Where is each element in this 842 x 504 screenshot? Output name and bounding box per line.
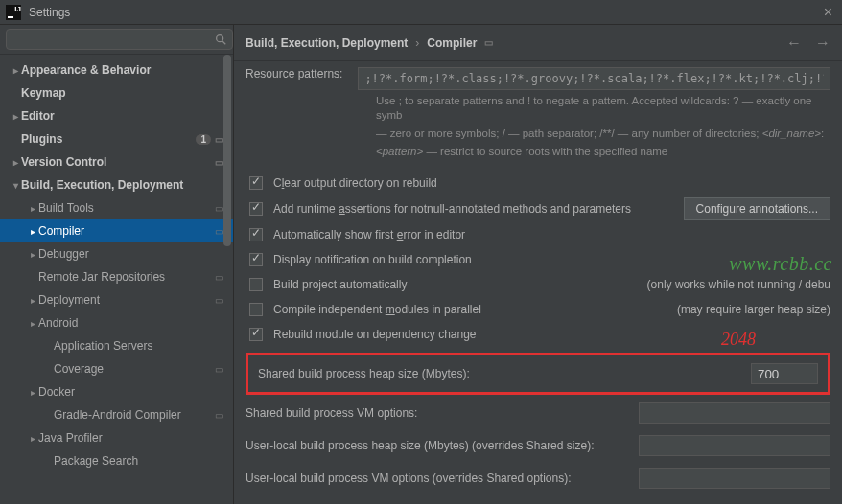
scope-icon: ▭ — [215, 226, 223, 237]
tree-item-debugger[interactable]: ▸Debugger — [0, 242, 233, 265]
annotation-2048: 2048 — [721, 330, 756, 350]
assertions-checkbox[interactable] — [249, 202, 263, 216]
notify-label: Display notification on build completion — [273, 253, 472, 266]
parallel-checkbox[interactable] — [249, 303, 263, 316]
user-heap-label: User-local build process heap size (Mbyt… — [246, 439, 594, 452]
forward-icon[interactable]: → — [815, 34, 830, 52]
window-title: Settings — [29, 6, 70, 19]
chevron-right-icon: ▸ — [27, 295, 38, 306]
tree-item-label: Build, Execution, Deployment — [21, 178, 227, 192]
chevron-right-icon: ▸ — [10, 111, 21, 122]
parallel-note: (may require larger heap size) — [677, 303, 830, 316]
breadcrumb: Build, Execution, Deployment › Compiler … — [234, 25, 842, 61]
tree-item-label: Compiler — [38, 224, 215, 238]
tree-item-label: Coverage — [54, 362, 215, 376]
tree-item-build-execution-deployment[interactable]: ▾Build, Execution, Deployment — [0, 173, 233, 196]
tree-item-gradle-android-compiler[interactable]: Gradle-Android Compiler▭ — [0, 403, 233, 426]
tree-item-application-servers[interactable]: Application Servers — [0, 334, 233, 357]
tree-item-remote-jar-repositories[interactable]: Remote Jar Repositories▭ — [0, 265, 233, 288]
tree-item-android[interactable]: ▸Android — [0, 311, 233, 334]
auto-build-checkbox[interactable] — [249, 278, 263, 291]
chevron-right-icon: ▸ — [27, 433, 38, 444]
tree-item-label: Java Profiler — [38, 431, 227, 445]
scope-icon: ▭ — [484, 37, 493, 48]
breadcrumb-a[interactable]: Build, Execution, Deployment — [246, 36, 408, 50]
tree-item-label: Deployment — [38, 293, 215, 307]
parallel-label: Compile independent modules in parallel — [273, 303, 481, 316]
auto-build-note: (only works while not running / debu — [647, 278, 830, 291]
resource-hint-2: — zero or more symbols; / — path separat… — [376, 126, 830, 141]
watermark-text: www.rcbb.cc — [729, 253, 832, 275]
tree-item-label: Android — [38, 316, 227, 330]
heap-input[interactable] — [751, 363, 818, 384]
tree-item-docker[interactable]: ▸Docker — [0, 380, 233, 403]
tree-item-keymap[interactable]: Keymap — [0, 81, 233, 104]
badge: 1 — [196, 134, 211, 145]
search-row — [0, 25, 233, 55]
scope-icon: ▭ — [215, 203, 223, 214]
chevron-right-icon: ▸ — [27, 203, 38, 214]
user-heap-input[interactable] — [639, 435, 830, 456]
resource-patterns-input[interactable] — [358, 67, 830, 90]
auto-build-label: Build project automatically — [273, 278, 407, 291]
vm-label: Shared build process VM options: — [246, 406, 417, 420]
scope-icon: ▭ — [215, 134, 223, 145]
main-panel: Build, Execution, Deployment › Compiler … — [234, 25, 842, 504]
tree-item-label: Version Control — [21, 155, 215, 169]
back-icon[interactable]: ← — [786, 34, 802, 52]
tree-item-coverage[interactable]: Coverage▭ — [0, 357, 233, 380]
tree-item-build-tools[interactable]: ▸Build Tools▭ — [0, 196, 233, 219]
clear-output-checkbox[interactable] — [249, 176, 263, 190]
assertions-label: Add runtime assertions for notnull-annot… — [273, 202, 631, 216]
resource-hint-3: <pattern> — restrict to source roots wit… — [376, 145, 830, 159]
breadcrumb-b[interactable]: Compiler — [427, 36, 477, 50]
tree-item-compiler[interactable]: ▸Compiler▭ — [0, 219, 233, 242]
scope-icon: ▭ — [215, 295, 223, 306]
tree-item-appearance-behavior[interactable]: ▸Appearance & Behavior — [0, 58, 233, 81]
tree-item-label: Appearance & Behavior — [21, 63, 227, 77]
chevron-right-icon: ▸ — [27, 249, 38, 260]
tree-item-label: Package Search — [54, 454, 227, 468]
chevron-right-icon: ▸ — [27, 387, 38, 398]
tree-item-label: Keymap — [21, 86, 227, 100]
search-input[interactable] — [6, 29, 233, 50]
vm-input[interactable] — [639, 402, 830, 424]
resource-patterns-label: Resource patterns: — [246, 67, 342, 80]
tree-item-label: Debugger — [38, 247, 227, 261]
scope-icon: ▭ — [215, 157, 223, 168]
depchange-label: Rebuild module on dependency change — [273, 328, 477, 341]
depchange-checkbox[interactable] — [249, 328, 263, 341]
resource-hint-1: Use ; to separate patterns and ! to nega… — [376, 94, 830, 123]
tree-item-package-search[interactable]: Package Search — [0, 449, 233, 472]
first-error-checkbox[interactable] — [249, 228, 263, 241]
notify-checkbox[interactable] — [249, 253, 263, 266]
scrollbar[interactable] — [223, 55, 231, 504]
svg-point-0 — [217, 35, 223, 42]
scope-icon: ▭ — [215, 272, 223, 283]
chevron-right-icon: ▸ — [27, 318, 38, 329]
scrollbar-thumb[interactable] — [223, 55, 231, 246]
app-logo-icon: IJ — [6, 5, 21, 20]
tree-item-java-profiler[interactable]: ▸Java Profiler — [0, 426, 233, 449]
settings-tree[interactable]: ▸Appearance & BehaviorKeymap▸EditorPlugi… — [0, 55, 233, 504]
user-vm-label: User-local build process VM options (ove… — [246, 471, 572, 485]
user-vm-input[interactable] — [639, 468, 830, 489]
tree-item-label: Gradle-Android Compiler — [54, 408, 215, 422]
tree-item-deployment[interactable]: ▸Deployment▭ — [0, 288, 233, 311]
tree-item-label: Editor — [21, 109, 227, 123]
titlebar: IJ Settings × — [0, 0, 842, 25]
search-icon — [214, 33, 227, 46]
chevron-down-icon: ▾ — [10, 180, 21, 191]
chevron-right-icon: › — [415, 36, 419, 50]
tree-item-plugins[interactable]: Plugins1▭ — [0, 127, 233, 150]
tree-item-label: Docker — [38, 385, 227, 399]
close-icon[interactable]: × — [820, 4, 836, 21]
tree-item-version-control[interactable]: ▸Version Control▭ — [0, 150, 233, 173]
sidebar: ▸Appearance & BehaviorKeymap▸EditorPlugi… — [0, 25, 234, 504]
tree-item-label: Application Servers — [54, 339, 227, 353]
configure-annotations-button[interactable]: Configure annotations... — [684, 197, 830, 220]
scope-icon: ▭ — [215, 410, 223, 421]
tree-item-editor[interactable]: ▸Editor — [0, 104, 233, 127]
clear-output-label: Clear output directory on rebuild — [273, 176, 437, 190]
heap-label: Shared build process heap size (Mbytes): — [258, 367, 470, 380]
